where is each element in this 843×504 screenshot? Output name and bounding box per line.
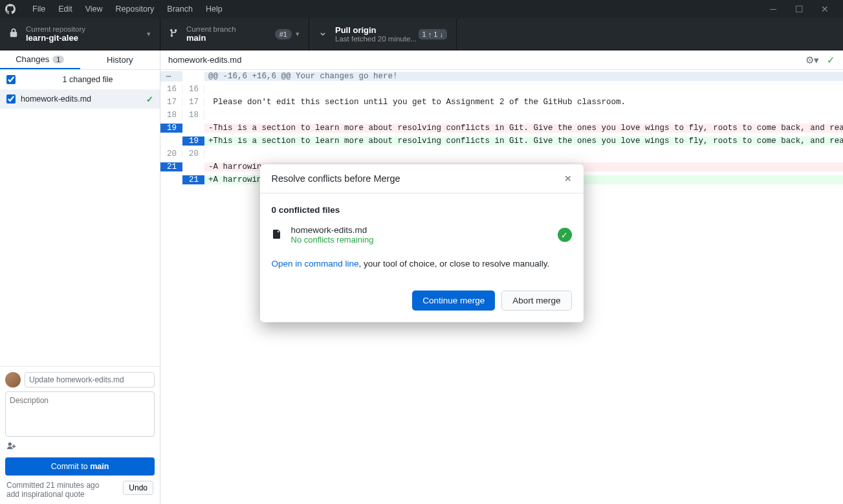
conflict-count: 0 conflicted files xyxy=(272,205,572,215)
modal-overlay: Resolve conflicts before Merge ✕ 0 confl… xyxy=(0,0,843,504)
open-command-line-link[interactable]: Open in command line xyxy=(272,259,359,268)
merge-conflict-modal: Resolve conflicts before Merge ✕ 0 confl… xyxy=(260,164,584,322)
conflict-file-row: homework-edits.md No conflicts remaining… xyxy=(272,225,572,245)
conflict-file-status: No conflicts remaining xyxy=(291,235,374,245)
continue-merge-button[interactable]: Continue merge xyxy=(412,290,495,311)
close-icon[interactable]: ✕ xyxy=(564,173,572,184)
file-diff-icon xyxy=(272,229,283,241)
help-text: , your tool of choice, or close to resol… xyxy=(359,259,550,268)
abort-merge-button[interactable]: Abort merge xyxy=(501,290,571,311)
conflict-file-name: homework-edits.md xyxy=(291,225,374,235)
success-icon: ✓ xyxy=(558,228,572,242)
modal-title: Resolve conflicts before Merge xyxy=(272,173,400,184)
